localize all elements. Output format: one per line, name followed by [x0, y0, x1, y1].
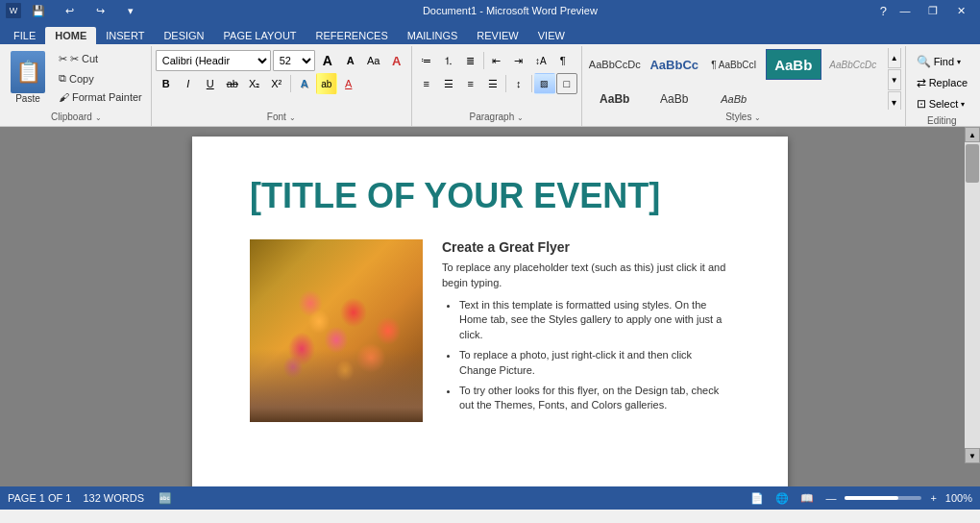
- read-view-btn[interactable]: 📖: [797, 491, 817, 506]
- select-button[interactable]: ⊡ Select ▾: [910, 94, 974, 113]
- zoom-slider[interactable]: [845, 496, 921, 500]
- borders-button[interactable]: □: [556, 73, 577, 94]
- bullet-item-3[interactable]: To try other looks for this flyer, on th…: [459, 384, 730, 413]
- shading-button[interactable]: ▨: [534, 73, 555, 94]
- font-color-button[interactable]: A: [338, 73, 359, 94]
- clipboard-label[interactable]: Clipboard ⌄: [6, 110, 147, 124]
- show-marks-button[interactable]: ¶: [552, 50, 574, 71]
- bullet-item-2[interactable]: To replace a photo, just right-click it …: [459, 348, 730, 378]
- replace-button[interactable]: ⇄ Replace: [910, 73, 974, 92]
- styles-more[interactable]: ▾: [888, 91, 901, 110]
- style-heading1[interactable]: AaBbCc: [647, 49, 702, 80]
- superscript-button[interactable]: X²: [266, 73, 287, 94]
- tab-references[interactable]: REFERENCES: [306, 27, 398, 44]
- status-right: 📄 🌐 📖 — + 100%: [747, 491, 972, 506]
- font-size-select[interactable]: 52: [273, 50, 315, 71]
- align-right-button[interactable]: ≡: [460, 73, 481, 94]
- flyer-intro[interactable]: To replace any placeholder text (such as…: [442, 261, 730, 290]
- style-strong[interactable]: AaBb: [587, 84, 643, 110]
- print-view-btn[interactable]: 📄: [747, 491, 767, 506]
- multilevel-list-button[interactable]: ≣: [460, 50, 481, 71]
- align-center-button[interactable]: ☰: [438, 73, 459, 94]
- line-spacing-button[interactable]: ↕: [508, 73, 529, 94]
- format-painter-button[interactable]: 🖌 Format Painter: [54, 88, 147, 106]
- paragraph-group: ≔ ⒈ ≣ ⇤ ⇥ ↕A ¶ ≡ ☰ ≡ ☰ ↕ ▨ □ Paragraph: [412, 46, 582, 126]
- italic-button[interactable]: I: [178, 73, 199, 94]
- window-title: Document1 - Microsoft Word Preview: [144, 5, 876, 16]
- tab-file[interactable]: FILE: [4, 27, 45, 44]
- undo-quick-btn[interactable]: ↩: [56, 3, 83, 18]
- tab-view[interactable]: VIEW: [528, 27, 575, 44]
- event-title[interactable]: [TITLE OF YOUR EVENT]: [250, 175, 730, 216]
- scroll-thumb[interactable]: [966, 144, 979, 183]
- minimize-btn[interactable]: —: [892, 3, 919, 18]
- increase-indent-button[interactable]: ⇥: [508, 50, 529, 71]
- web-view-btn[interactable]: 🌐: [772, 491, 792, 506]
- bullet-item-1[interactable]: Text in this template is formatted using…: [459, 298, 730, 342]
- tab-mailings[interactable]: MAILINGS: [398, 27, 468, 44]
- vertical-scrollbar[interactable]: ▲ ▼: [965, 127, 980, 463]
- zoom-level: 100%: [945, 492, 972, 504]
- strikethrough-button[interactable]: ab: [222, 73, 243, 94]
- font-name-select[interactable]: Calibri (Headir: [156, 50, 271, 71]
- scroll-track[interactable]: [965, 142, 980, 448]
- numbering-button[interactable]: ⒈: [438, 50, 459, 71]
- zoom-out-btn[interactable]: —: [822, 491, 839, 505]
- help-btn[interactable]: ?: [876, 3, 891, 18]
- style-address[interactable]: AaBb: [706, 84, 762, 110]
- sort-button[interactable]: ↕A: [530, 50, 551, 71]
- justify-button[interactable]: ☰: [482, 73, 503, 94]
- editing-group: 🔍 Find ▾ ⇄ Replace ⊡ Select ▾ Editing: [906, 46, 978, 126]
- decrease-indent-button[interactable]: ⇤: [486, 50, 507, 71]
- style-title[interactable]: AaBb: [766, 49, 821, 80]
- bold-button[interactable]: B: [156, 73, 177, 94]
- zoom-in-btn[interactable]: +: [927, 491, 939, 505]
- text-section: Create a Great Flyer To replace any plac…: [442, 239, 730, 422]
- customize-quick-btn[interactable]: ▾: [117, 3, 144, 18]
- change-case-button[interactable]: Aa: [363, 50, 384, 71]
- select-icon: ⊡: [917, 97, 926, 111]
- event-photo[interactable]: [250, 239, 423, 422]
- tab-design[interactable]: DESIGN: [154, 27, 213, 44]
- cut-button[interactable]: ✂ ✂ Cut: [54, 50, 147, 68]
- bullets-button[interactable]: ≔: [416, 50, 437, 71]
- subscript-button[interactable]: X₂: [244, 73, 265, 94]
- editing-group-label: Editing: [910, 113, 974, 128]
- styles-group-label[interactable]: Styles ⌄: [586, 110, 901, 124]
- find-button[interactable]: 🔍 Find ▾: [910, 52, 974, 71]
- scroll-up-btn[interactable]: ▲: [965, 127, 980, 142]
- style-list-bullet[interactable]: ¶ AaBbCcI: [706, 49, 762, 80]
- word-count: 132 WORDS: [83, 492, 144, 504]
- clear-formatting-button[interactable]: A: [386, 50, 407, 71]
- document-page[interactable]: [TITLE OF YOUR EVENT] Create a Great Fly…: [192, 137, 788, 486]
- shrink-font-button[interactable]: A: [340, 50, 361, 71]
- close-btn[interactable]: ✕: [947, 3, 974, 18]
- text-effects-button[interactable]: A: [294, 73, 315, 94]
- save-quick-btn[interactable]: 💾: [25, 3, 52, 18]
- copy-button[interactable]: ⧉ Copy: [54, 69, 147, 87]
- underline-button[interactable]: U: [200, 73, 221, 94]
- redo-quick-btn[interactable]: ↪: [86, 3, 113, 18]
- styles-scroll-up[interactable]: ▲: [888, 48, 901, 68]
- language-btn[interactable]: 🔤: [156, 491, 175, 506]
- flyer-heading[interactable]: Create a Great Flyer: [442, 239, 730, 255]
- align-left-button[interactable]: ≡: [416, 73, 437, 94]
- tab-insert[interactable]: INSERT: [96, 27, 154, 44]
- tab-review[interactable]: REVIEW: [467, 27, 527, 44]
- title-bar-left: W 💾 ↩ ↪ ▾: [6, 3, 144, 18]
- style-caption[interactable]: AaBbCcDc: [825, 49, 881, 80]
- font-group-label[interactable]: Font ⌄: [156, 110, 407, 124]
- styles-scroll-down[interactable]: ▼: [888, 69, 901, 90]
- paragraph-group-label[interactable]: Paragraph ⌄: [416, 110, 577, 124]
- style-date[interactable]: AaBb: [647, 84, 702, 110]
- highlight-button[interactable]: ab: [316, 73, 337, 94]
- grow-font-button[interactable]: A: [317, 50, 338, 71]
- scissors-icon: ✂: [59, 53, 67, 65]
- scroll-down-btn[interactable]: ▼: [965, 448, 980, 463]
- paste-button[interactable]: 📋 Paste: [6, 48, 50, 107]
- restore-btn[interactable]: ❐: [919, 3, 946, 18]
- tab-page-layout[interactable]: PAGE LAYOUT: [214, 27, 306, 44]
- status-bar: PAGE 1 OF 1 132 WORDS 🔤 📄 🌐 📖 — + 100%: [0, 486, 980, 510]
- tab-home[interactable]: HOME: [45, 27, 96, 44]
- style-normal[interactable]: AaBbCcDc: [587, 49, 643, 80]
